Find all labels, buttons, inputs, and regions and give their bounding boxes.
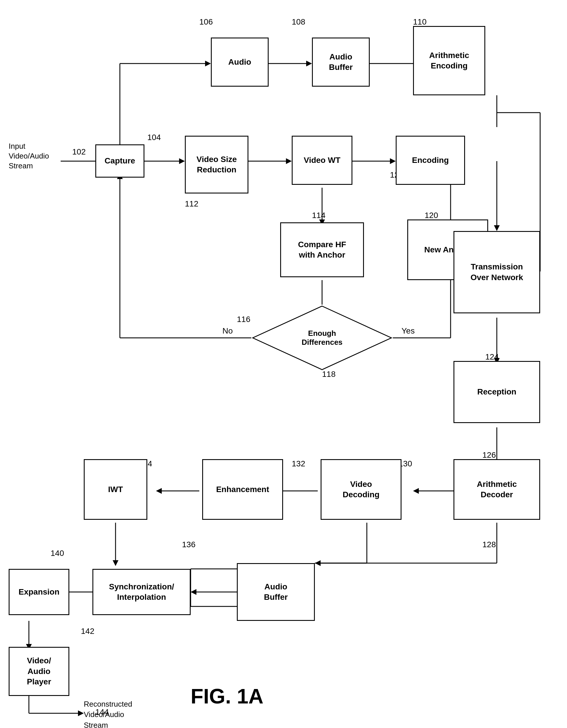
arithmetic-encoding-box: ArithmeticEncoding	[413, 26, 485, 95]
ref-136: 136	[182, 540, 196, 549]
ref-106: 106	[199, 17, 213, 27]
reconstructed-label: ReconstructedVideo/AudioStream	[84, 699, 132, 728]
ref-116: 116	[237, 315, 250, 324]
reception-box: Reception	[453, 361, 540, 423]
ref-110: 110	[413, 17, 427, 27]
svg-marker-53	[191, 589, 196, 595]
svg-marker-6	[205, 61, 211, 66]
encoding-box: Encoding	[396, 136, 465, 185]
ref-114: 114	[312, 211, 326, 220]
iwt-box: IWT	[84, 459, 147, 520]
svg-marker-47	[156, 488, 162, 494]
ref-132: 132	[292, 459, 305, 468]
ref-102: 102	[72, 147, 86, 157]
audio-buffer-bot-box: AudioBuffer	[237, 563, 315, 621]
video-decoding-box: VideoDecoding	[321, 459, 401, 520]
ref-128: 128	[482, 540, 496, 549]
enough-differences-diamond: EnoughDifferences	[251, 305, 393, 371]
svg-marker-14	[390, 158, 396, 164]
diagram: 106 108 110 104 102 112 123 122 114 120 …	[0, 0, 567, 728]
ref-104: 104	[147, 133, 161, 142]
fig-label: FIG. 1A	[191, 684, 263, 708]
ref-124: 124	[485, 352, 499, 362]
svg-marker-8	[306, 61, 312, 66]
transmission-box: TransmissionOver Network	[453, 231, 540, 313]
ref-108: 108	[292, 17, 305, 27]
input-stream-label: InputVideo/AudioStream	[9, 141, 49, 171]
video-audio-player-box: Video/AudioPlayer	[9, 647, 69, 696]
svg-marker-12	[286, 158, 292, 164]
ref-140: 140	[51, 549, 64, 558]
yes-label: Yes	[401, 326, 415, 336]
svg-marker-59	[78, 710, 84, 716]
svg-marker-49	[113, 560, 118, 566]
video-size-reduction-box: Video SizeReduction	[185, 136, 248, 193]
audio-buffer-top-box: AudioBuffer	[312, 38, 370, 87]
video-wt-box: Video WT	[292, 136, 352, 185]
svg-marker-43	[315, 560, 321, 566]
expansion-box: Expansion	[9, 569, 69, 615]
no-label: No	[222, 326, 233, 336]
ref-120: 120	[425, 211, 438, 220]
ref-142: 142	[81, 627, 94, 636]
ref-126: 126	[482, 450, 496, 460]
capture-box: Capture	[95, 144, 144, 178]
audio-box: Audio	[211, 38, 269, 87]
enhancement-box: Enhancement	[202, 459, 283, 520]
svg-marker-40	[413, 488, 419, 494]
svg-marker-3	[179, 158, 185, 164]
svg-marker-29	[494, 225, 500, 231]
compare-hf-box: Compare HFwith Anchor	[280, 222, 364, 277]
sync-interp-box: Synchronization/Interpolation	[92, 569, 191, 615]
ref-112: 112	[185, 199, 198, 208]
arithmetic-decoder-box: ArithmeticDecoder	[453, 459, 540, 520]
